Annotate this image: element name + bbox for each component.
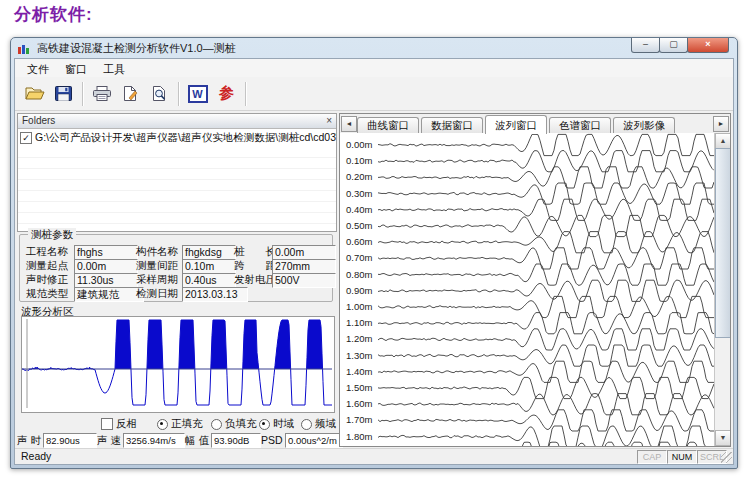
domain-option-0[interactable]: 时域 bbox=[259, 417, 294, 431]
folder-checkbox[interactable]: ✓ bbox=[20, 132, 32, 144]
readout-field-0[interactable]: 82.90us bbox=[43, 433, 97, 448]
fill-option-1-label: 负填充 bbox=[225, 417, 257, 431]
param-field[interactable]: 0.10m bbox=[182, 259, 236, 274]
close-button[interactable]: × bbox=[687, 38, 729, 53]
readout-label-1: 声 速 bbox=[97, 433, 121, 447]
parameters-button-glyph: 参 bbox=[219, 84, 234, 103]
titlebar[interactable]: 高铁建设混凝土检测分析软件V1.0—测桩 – ▢ × bbox=[11, 38, 737, 58]
invert-checkbox[interactable] bbox=[101, 418, 113, 430]
toolbar-separator bbox=[178, 82, 179, 106]
readout-row: 声 时82.90us声 速3256.94m/s幅 值93.90dBPSD0.00… bbox=[17, 433, 337, 448]
fill-radio-0[interactable] bbox=[157, 419, 168, 430]
folder-empty-row bbox=[18, 202, 336, 213]
tabstrip: ◄ 曲线窗口数据窗口波列窗口色谱窗口波列影像 ► bbox=[340, 114, 730, 134]
fill-option-0-label: 正填充 bbox=[171, 417, 203, 431]
statusbar: Ready CAPNUMSCRL bbox=[15, 448, 733, 464]
tab-scroll-right-icon[interactable]: ► bbox=[713, 116, 729, 132]
status-text: Ready bbox=[21, 450, 51, 462]
wave-train-plot bbox=[340, 133, 719, 446]
domain-radio-0[interactable] bbox=[259, 419, 270, 430]
tab-1[interactable]: 数据窗口 bbox=[421, 117, 483, 133]
tab-scroll-left-icon[interactable]: ◄ bbox=[341, 116, 357, 132]
depth-label-0: 0.00m bbox=[346, 139, 372, 150]
param-field[interactable]: 0.40us bbox=[182, 273, 236, 288]
maximize-button[interactable]: ▢ bbox=[659, 38, 688, 53]
pile-params-title: 测桩参数 bbox=[28, 228, 76, 242]
open-folder-icon bbox=[25, 86, 45, 101]
readout-field-3[interactable]: 0.00us^2/m bbox=[285, 433, 343, 448]
folders-panel-title: Folders bbox=[22, 115, 55, 126]
depth-label-8: 0.80m bbox=[346, 269, 372, 280]
depth-label-10: 1.00m bbox=[346, 301, 372, 312]
menubar: 文件窗口工具 bbox=[15, 59, 733, 78]
left-column: × Folders ✓ G:\公司产品设计开发\超声仪器\超声仪实地检测数据\测… bbox=[17, 113, 337, 449]
domain-option-1[interactable]: 频域 bbox=[301, 417, 336, 431]
toolbar-separator bbox=[245, 82, 246, 106]
print-preview-button[interactable] bbox=[145, 80, 174, 107]
param-field[interactable]: fhgkdsg bbox=[182, 245, 236, 260]
vertical-scrollbar[interactable]: ▲ ▼ bbox=[714, 133, 730, 446]
param-label: 声时修正 bbox=[26, 273, 72, 286]
fill-option-0[interactable]: 正填充 bbox=[157, 417, 203, 431]
app-window: 高铁建设混凝土检测分析软件V1.0—测桩 – ▢ × 文件窗口工具 W参 × F… bbox=[10, 37, 738, 469]
readout-label-0: 声 时 bbox=[17, 433, 41, 447]
minimize-button[interactable]: – bbox=[631, 38, 660, 53]
wave-train-area[interactable]: 0.00m0.10m0.20m0.30m0.40m0.50m0.60m0.70m… bbox=[340, 133, 730, 446]
depth-label-17: 1.70m bbox=[346, 414, 372, 425]
param-field[interactable]: 270mm bbox=[272, 259, 336, 274]
param-label: 测量间距 bbox=[136, 259, 182, 272]
depth-label-13: 1.30m bbox=[346, 350, 372, 361]
invert-check[interactable]: 反相 bbox=[101, 417, 137, 431]
readout-field-2[interactable]: 93.90dB bbox=[211, 433, 261, 448]
menu-item-2[interactable]: 工具 bbox=[95, 60, 133, 77]
depth-label-1: 0.10m bbox=[346, 155, 372, 166]
tab-2[interactable]: 波列窗口 bbox=[485, 115, 547, 134]
fill-radio-1[interactable] bbox=[211, 419, 222, 430]
tab-0[interactable]: 曲线窗口 bbox=[357, 117, 419, 133]
param-field[interactable]: fhghs bbox=[74, 245, 138, 260]
print-button[interactable] bbox=[87, 80, 116, 107]
menu-item-0[interactable]: 文件 bbox=[19, 60, 57, 77]
param-field[interactable]: 0.00m bbox=[74, 259, 138, 274]
scroll-up-icon[interactable]: ▲ bbox=[715, 133, 730, 149]
save-button[interactable] bbox=[49, 80, 78, 107]
menu-item-1[interactable]: 窗口 bbox=[57, 60, 95, 77]
folder-list-item[interactable]: ✓ G:\公司产品设计开发\超声仪器\超声仪实地检测数据\测桩cd\cd03\c… bbox=[18, 129, 336, 147]
param-label: 规范类型 bbox=[26, 287, 72, 300]
folder-empty-row bbox=[18, 213, 336, 224]
waveform-analysis-plot[interactable] bbox=[21, 316, 335, 413]
param-field[interactable]: 2013.03.13 bbox=[182, 287, 248, 302]
depth-label-4: 0.40m bbox=[346, 204, 372, 215]
waveform-controls-row: 反相正填充负填充时域频域 bbox=[17, 417, 337, 430]
param-field[interactable]: 500V bbox=[272, 273, 336, 288]
tab-3[interactable]: 色谱窗口 bbox=[549, 117, 611, 133]
client-area: 文件窗口工具 W参 × Folders ✓ G:\公司产品设计开发\超声仪器\超… bbox=[14, 58, 734, 465]
tab-4[interactable]: 波列影像 bbox=[613, 117, 675, 133]
resize-grip[interactable] bbox=[721, 452, 732, 463]
param-field[interactable]: 0.00m bbox=[272, 245, 336, 260]
word-export-button[interactable]: W bbox=[183, 80, 212, 107]
folder-empty-row bbox=[18, 169, 336, 180]
fill-option-1[interactable]: 负填充 bbox=[211, 417, 257, 431]
depth-label-2: 0.20m bbox=[346, 171, 372, 182]
folder-empty-row bbox=[18, 147, 336, 158]
scroll-down-icon[interactable]: ▼ bbox=[715, 430, 730, 446]
parameters-button[interactable]: 参 bbox=[212, 80, 241, 107]
param-field[interactable]: 建筑规范 bbox=[74, 287, 144, 302]
open-file-button[interactable] bbox=[20, 80, 49, 107]
scrollbar-thumb[interactable] bbox=[715, 148, 730, 338]
printer-icon bbox=[92, 86, 112, 101]
depth-label-14: 1.40m bbox=[346, 366, 372, 377]
status-indicator-cap: CAP bbox=[637, 450, 667, 464]
readout-field-1[interactable]: 3256.94m/s bbox=[123, 433, 185, 448]
domain-option-1-label: 频域 bbox=[315, 417, 336, 431]
domain-radio-1[interactable] bbox=[301, 419, 312, 430]
folders-close-icon[interactable]: × bbox=[326, 114, 332, 128]
save-icon bbox=[55, 86, 72, 101]
right-panel: ◄ 曲线窗口数据窗口波列窗口色谱窗口波列影像 ► 0.00m0.10m0.20m… bbox=[339, 113, 731, 447]
folders-panel: × Folders ✓ G:\公司产品设计开发\超声仪器\超声仪实地检测数据\测… bbox=[17, 113, 337, 232]
param-label: 检测日期 bbox=[136, 287, 182, 300]
param-field[interactable]: 11.30us bbox=[74, 273, 138, 288]
report-edit-button[interactable] bbox=[116, 80, 145, 107]
readout-label-2: 幅 值 bbox=[185, 433, 209, 447]
